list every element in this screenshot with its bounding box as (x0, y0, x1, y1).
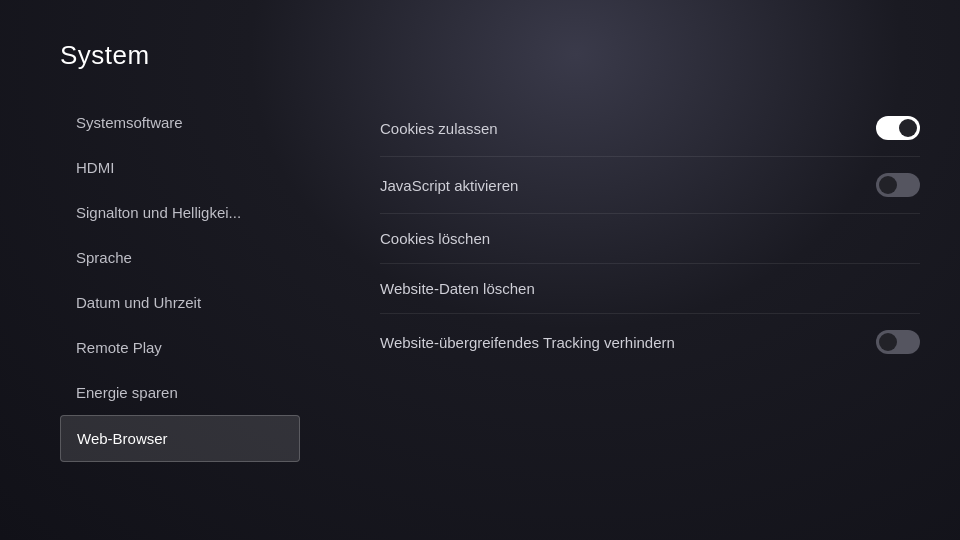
toggle-knob-cookies-zulassen (899, 119, 917, 137)
setting-row-tracking: Website-übergreifendes Tracking verhinde… (380, 314, 920, 370)
setting-label-website-daten: Website-Daten löschen (380, 280, 535, 297)
sidebar-item-signalton[interactable]: Signalton und Helligkei... (60, 190, 300, 235)
setting-row-cookies-loeschen: Cookies löschen (380, 214, 920, 264)
setting-label-tracking: Website-übergreifendes Tracking verhinde… (380, 334, 675, 351)
sidebar-item-hdmi[interactable]: HDMI (60, 145, 300, 190)
sidebar-item-sprache[interactable]: Sprache (60, 235, 300, 280)
setting-row-javascript: JavaScript aktivieren (380, 157, 920, 214)
setting-row-website-daten: Website-Daten löschen (380, 264, 920, 314)
toggle-cookies-zulassen[interactable] (876, 116, 920, 140)
toggle-javascript[interactable] (876, 173, 920, 197)
toggle-knob-tracking (879, 333, 897, 351)
main-layout: SystemsoftwareHDMISignalton und Helligke… (60, 100, 920, 520)
sidebar-item-energie[interactable]: Energie sparen (60, 370, 300, 415)
settings-content: Cookies zulassenJavaScript aktivierenCoo… (380, 100, 920, 520)
setting-row-cookies-zulassen: Cookies zulassen (380, 100, 920, 157)
sidebar-item-webbrowser[interactable]: Web-Browser (60, 415, 300, 462)
sidebar-item-systemsoftware[interactable]: Systemsoftware (60, 100, 300, 145)
toggle-knob-javascript (879, 176, 897, 194)
sidebar-item-datum[interactable]: Datum und Uhrzeit (60, 280, 300, 325)
setting-label-javascript: JavaScript aktivieren (380, 177, 518, 194)
setting-label-cookies-zulassen: Cookies zulassen (380, 120, 498, 137)
sidebar-item-remoteplay[interactable]: Remote Play (60, 325, 300, 370)
page-title: System (60, 40, 150, 71)
toggle-tracking[interactable] (876, 330, 920, 354)
setting-label-cookies-loeschen: Cookies löschen (380, 230, 490, 247)
sidebar: SystemsoftwareHDMISignalton und Helligke… (60, 100, 300, 520)
